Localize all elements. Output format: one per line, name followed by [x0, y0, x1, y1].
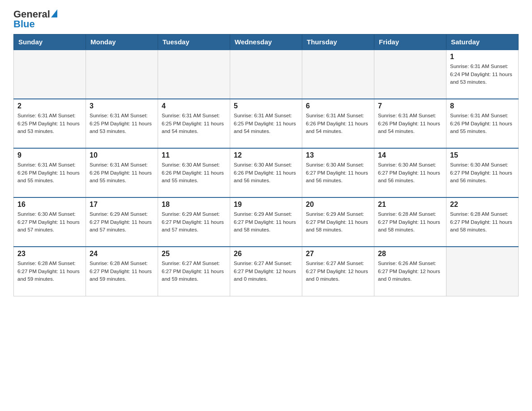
day-info: Sunrise: 6:26 AM Sunset: 6:27 PM Dayligh… — [378, 260, 442, 283]
calendar-cell: 3Sunrise: 6:31 AM Sunset: 6:25 PM Daylig… — [86, 99, 158, 148]
calendar-cell: 19Sunrise: 6:29 AM Sunset: 6:27 PM Dayli… — [230, 197, 302, 247]
day-info: Sunrise: 6:28 AM Sunset: 6:27 PM Dayligh… — [378, 210, 442, 234]
day-number: 28 — [378, 250, 442, 258]
calendar-cell: 21Sunrise: 6:28 AM Sunset: 6:27 PM Dayli… — [374, 197, 446, 247]
day-number: 15 — [450, 151, 515, 159]
calendar-cell: 27Sunrise: 6:27 AM Sunset: 6:27 PM Dayli… — [302, 247, 374, 296]
calendar-cell: 26Sunrise: 6:27 AM Sunset: 6:27 PM Dayli… — [230, 247, 302, 296]
calendar-cell: 1Sunrise: 6:31 AM Sunset: 6:24 PM Daylig… — [446, 50, 519, 99]
day-number: 8 — [450, 102, 515, 110]
day-info: Sunrise: 6:28 AM Sunset: 6:27 PM Dayligh… — [90, 260, 154, 283]
calendar-table: SundayMondayTuesdayWednesdayThursdayFrid… — [13, 34, 519, 296]
day-info: Sunrise: 6:29 AM Sunset: 6:27 PM Dayligh… — [90, 210, 154, 234]
calendar-cell: 28Sunrise: 6:26 AM Sunset: 6:27 PM Dayli… — [374, 247, 446, 296]
calendar-cell — [14, 50, 86, 99]
day-info: Sunrise: 6:30 AM Sunset: 6:26 PM Dayligh… — [234, 161, 298, 184]
day-info: Sunrise: 6:31 AM Sunset: 6:24 PM Dayligh… — [450, 63, 515, 86]
col-header-sunday: Sunday — [14, 34, 86, 50]
day-number: 3 — [90, 102, 154, 110]
day-info: Sunrise: 6:31 AM Sunset: 6:26 PM Dayligh… — [17, 161, 82, 184]
day-number: 1 — [450, 53, 515, 61]
page-header: General Blue — [13, 9, 519, 30]
day-number: 6 — [306, 102, 370, 110]
calendar-cell: 9Sunrise: 6:31 AM Sunset: 6:26 PM Daylig… — [14, 148, 86, 197]
calendar-cell: 2Sunrise: 6:31 AM Sunset: 6:25 PM Daylig… — [14, 99, 86, 148]
day-number: 22 — [450, 201, 515, 209]
calendar-cell: 16Sunrise: 6:30 AM Sunset: 6:27 PM Dayli… — [14, 197, 86, 247]
day-info: Sunrise: 6:31 AM Sunset: 6:25 PM Dayligh… — [17, 112, 82, 135]
day-number: 27 — [306, 250, 370, 258]
day-info: Sunrise: 6:29 AM Sunset: 6:27 PM Dayligh… — [162, 210, 226, 234]
calendar-cell — [230, 50, 302, 99]
day-number: 14 — [378, 151, 442, 159]
calendar-week-row: 2Sunrise: 6:31 AM Sunset: 6:25 PM Daylig… — [14, 99, 519, 148]
logo-triangle-icon — [51, 9, 57, 17]
col-header-thursday: Thursday — [302, 34, 374, 50]
day-number: 24 — [90, 250, 154, 258]
calendar-cell: 18Sunrise: 6:29 AM Sunset: 6:27 PM Dayli… — [158, 197, 230, 247]
calendar-cell — [158, 50, 230, 99]
day-info: Sunrise: 6:28 AM Sunset: 6:27 PM Dayligh… — [17, 260, 82, 283]
calendar-cell: 23Sunrise: 6:28 AM Sunset: 6:27 PM Dayli… — [14, 247, 86, 296]
calendar-cell — [446, 247, 519, 296]
day-number: 16 — [17, 201, 82, 209]
col-header-saturday: Saturday — [446, 34, 519, 50]
calendar-week-row: 9Sunrise: 6:31 AM Sunset: 6:26 PM Daylig… — [14, 148, 519, 197]
calendar-cell: 5Sunrise: 6:31 AM Sunset: 6:25 PM Daylig… — [230, 99, 302, 148]
day-info: Sunrise: 6:30 AM Sunset: 6:27 PM Dayligh… — [378, 161, 442, 184]
day-number: 9 — [17, 151, 82, 159]
day-info: Sunrise: 6:27 AM Sunset: 6:27 PM Dayligh… — [234, 260, 298, 283]
day-number: 20 — [306, 201, 370, 209]
calendar-header-row: SundayMondayTuesdayWednesdayThursdayFrid… — [14, 34, 519, 50]
day-info: Sunrise: 6:31 AM Sunset: 6:25 PM Dayligh… — [90, 112, 154, 135]
calendar-cell: 22Sunrise: 6:28 AM Sunset: 6:27 PM Dayli… — [446, 197, 519, 247]
calendar-week-row: 23Sunrise: 6:28 AM Sunset: 6:27 PM Dayli… — [14, 247, 519, 296]
day-info: Sunrise: 6:31 AM Sunset: 6:26 PM Dayligh… — [378, 112, 442, 135]
day-number: 23 — [17, 250, 82, 258]
calendar-week-row: 1Sunrise: 6:31 AM Sunset: 6:24 PM Daylig… — [14, 50, 519, 99]
day-number: 13 — [306, 151, 370, 159]
day-info: Sunrise: 6:28 AM Sunset: 6:27 PM Dayligh… — [450, 210, 515, 234]
calendar-cell: 24Sunrise: 6:28 AM Sunset: 6:27 PM Dayli… — [86, 247, 158, 296]
calendar-cell: 15Sunrise: 6:30 AM Sunset: 6:27 PM Dayli… — [446, 148, 519, 197]
calendar-cell: 6Sunrise: 6:31 AM Sunset: 6:26 PM Daylig… — [302, 99, 374, 148]
calendar-cell: 8Sunrise: 6:31 AM Sunset: 6:26 PM Daylig… — [446, 99, 519, 148]
calendar-week-row: 16Sunrise: 6:30 AM Sunset: 6:27 PM Dayli… — [14, 197, 519, 247]
calendar-cell: 13Sunrise: 6:30 AM Sunset: 6:27 PM Dayli… — [302, 148, 374, 197]
day-number: 2 — [17, 102, 82, 110]
day-number: 25 — [162, 250, 226, 258]
day-number: 10 — [90, 151, 154, 159]
col-header-tuesday: Tuesday — [158, 34, 230, 50]
day-number: 5 — [234, 102, 298, 110]
day-number: 19 — [234, 201, 298, 209]
day-info: Sunrise: 6:30 AM Sunset: 6:27 PM Dayligh… — [450, 161, 515, 184]
day-info: Sunrise: 6:29 AM Sunset: 6:27 PM Dayligh… — [234, 210, 298, 234]
day-info: Sunrise: 6:30 AM Sunset: 6:27 PM Dayligh… — [17, 210, 82, 234]
day-info: Sunrise: 6:31 AM Sunset: 6:26 PM Dayligh… — [90, 161, 154, 184]
calendar-cell — [374, 50, 446, 99]
day-number: 4 — [162, 102, 226, 110]
calendar-cell: 25Sunrise: 6:27 AM Sunset: 6:27 PM Dayli… — [158, 247, 230, 296]
logo: General Blue — [13, 9, 57, 30]
calendar-cell: 14Sunrise: 6:30 AM Sunset: 6:27 PM Dayli… — [374, 148, 446, 197]
day-info: Sunrise: 6:30 AM Sunset: 6:27 PM Dayligh… — [306, 161, 370, 184]
day-info: Sunrise: 6:31 AM Sunset: 6:25 PM Dayligh… — [162, 112, 226, 135]
day-number: 18 — [162, 201, 226, 209]
day-info: Sunrise: 6:31 AM Sunset: 6:25 PM Dayligh… — [234, 112, 298, 135]
day-number: 12 — [234, 151, 298, 159]
day-info: Sunrise: 6:27 AM Sunset: 6:27 PM Dayligh… — [162, 260, 226, 283]
day-number: 21 — [378, 201, 442, 209]
day-number: 26 — [234, 250, 298, 258]
day-info: Sunrise: 6:30 AM Sunset: 6:26 PM Dayligh… — [162, 161, 226, 184]
calendar-cell: 10Sunrise: 6:31 AM Sunset: 6:26 PM Dayli… — [86, 148, 158, 197]
calendar-cell: 4Sunrise: 6:31 AM Sunset: 6:25 PM Daylig… — [158, 99, 230, 148]
col-header-friday: Friday — [374, 34, 446, 50]
calendar-cell: 17Sunrise: 6:29 AM Sunset: 6:27 PM Dayli… — [86, 197, 158, 247]
calendar-cell: 11Sunrise: 6:30 AM Sunset: 6:26 PM Dayli… — [158, 148, 230, 197]
day-number: 7 — [378, 102, 442, 110]
calendar-cell: 20Sunrise: 6:29 AM Sunset: 6:27 PM Dayli… — [302, 197, 374, 247]
calendar-cell — [86, 50, 158, 99]
day-number: 11 — [162, 151, 226, 159]
day-info: Sunrise: 6:27 AM Sunset: 6:27 PM Dayligh… — [306, 260, 370, 283]
col-header-monday: Monday — [86, 34, 158, 50]
